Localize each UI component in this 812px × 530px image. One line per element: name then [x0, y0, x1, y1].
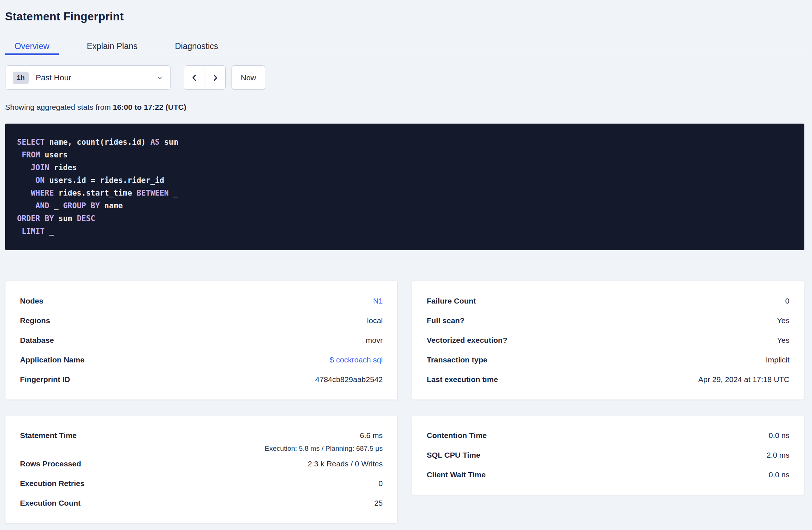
stat-value: Implicit — [766, 356, 789, 364]
sql-line: ON users.id = rides.rider_id — [17, 174, 792, 187]
stat-value: 0.0 ns — [769, 431, 789, 440]
stat-row: Database movr — [20, 330, 383, 350]
tab-bar: Overview Explain Plans Diagnostics — [5, 42, 804, 55]
stat-label: Execution Retries — [20, 479, 84, 488]
stat-row: Transaction type Implicit — [427, 350, 789, 370]
wait-time-panel: Contention Time 0.0 ns SQL CPU Time 2.0 … — [412, 415, 804, 495]
stat-label: Contention Time — [427, 431, 487, 440]
tab-diagnostics[interactable]: Diagnostics — [165, 42, 228, 55]
stat-row: Rows Processed 2.3 k Reads / 0 Writes — [20, 454, 383, 474]
stat-label: Execution Count — [20, 499, 81, 507]
stats-caption-prefix: Showing aggregated stats from — [5, 103, 113, 111]
stat-value: movr — [366, 336, 383, 345]
stat-row: Failure Count 0 — [427, 291, 789, 311]
time-interval-select[interactable]: 1h Past Hour — [5, 65, 171, 90]
details-cards-row: Nodes N1 Regions local Database movr App… — [5, 281, 804, 400]
stats-caption-range: 16:00 to 17:22 (UTC) — [113, 103, 186, 111]
stat-label: Failure Count — [427, 297, 476, 305]
stat-value: Yes — [777, 316, 789, 325]
prev-time-button[interactable] — [184, 66, 205, 89]
stat-row: Fingerprint ID 4784cb829aab2542 — [20, 370, 383, 389]
stat-row: Execution Count 25 — [20, 493, 383, 513]
time-step-buttons — [184, 65, 226, 90]
next-time-button[interactable] — [205, 66, 225, 89]
time-controls: 1h Past Hour Now — [5, 65, 804, 90]
stat-row: Regions local — [20, 311, 383, 330]
sql-line: WHERE rides.start_time BETWEEN _ — [17, 187, 792, 200]
tab-explain-plans[interactable]: Explain Plans — [77, 42, 147, 55]
time-interval-badge: 1h — [13, 72, 29, 84]
stat-row: Full scan? Yes — [427, 311, 789, 330]
chevron-down-icon — [157, 75, 163, 81]
sql-line: LIMIT _ — [17, 225, 792, 238]
stat-row: Nodes N1 — [20, 291, 383, 311]
sql-line: FROM users — [17, 149, 792, 161]
stat-label: SQL CPU Time — [427, 451, 480, 459]
stat-row: Statement Time 6.6 ms Execution: 5.8 ms … — [20, 426, 383, 454]
stat-row: Application Name $ cockroach sql — [20, 350, 383, 370]
stat-value-stack: 6.6 ms Execution: 5.8 ms / Planning: 687… — [265, 426, 383, 454]
stat-label: Full scan? — [427, 316, 465, 325]
stat-value: 6.6 ms — [360, 426, 383, 445]
stat-label: Fingerprint ID — [20, 375, 70, 384]
stat-label: Nodes — [20, 297, 43, 305]
stat-row: Contention Time 0.0 ns — [427, 426, 789, 445]
statement-time-panel: Statement Time 6.6 ms Execution: 5.8 ms … — [5, 415, 398, 523]
stat-subvalue: Execution: 5.8 ms / Planning: 687.5 µs — [265, 443, 383, 454]
chevron-right-icon — [211, 73, 220, 82]
sql-statement-box: SELECT name, count(rides.id) AS sum FROM… — [5, 124, 804, 250]
sql-line: JOIN rides — [17, 161, 792, 174]
stat-label: Database — [20, 336, 54, 345]
stat-label: Application Name — [20, 356, 84, 364]
sql-line: SELECT name, count(rides.id) AS sum — [17, 136, 792, 149]
statement-fingerprint-page: Statement Fingerprint Overview Explain P… — [0, 0, 812, 523]
stats-caption: Showing aggregated stats from 16:00 to 1… — [5, 103, 804, 111]
sql-line: ORDER BY sum DESC — [17, 212, 792, 225]
stat-label: Statement Time — [20, 426, 77, 445]
time-interval-label: Past Hour — [36, 73, 71, 83]
sql-line: AND _ GROUP BY name — [17, 200, 792, 212]
stat-value: 0.0 ns — [769, 470, 789, 479]
stat-value: 2.3 k Reads / 0 Writes — [308, 459, 383, 468]
now-button[interactable]: Now — [232, 65, 265, 90]
stat-value: 0 — [785, 297, 789, 305]
statement-details-panel: Nodes N1 Regions local Database movr App… — [5, 281, 398, 400]
stat-value: 0 — [378, 479, 383, 488]
execution-attributes-panel: Failure Count 0 Full scan? Yes Vectorize… — [412, 281, 804, 400]
stat-label: Regions — [20, 316, 50, 325]
stat-row: Execution Retries 0 — [20, 474, 383, 493]
stat-label: Client Wait Time — [427, 470, 486, 479]
stat-value: 25 — [374, 499, 383, 507]
page-title: Statement Fingerprint — [5, 10, 804, 23]
stat-value: Yes — [777, 336, 789, 345]
tab-overview[interactable]: Overview — [5, 42, 59, 55]
stat-value: Apr 29, 2024 at 17:18 UTC — [698, 375, 789, 384]
chevron-left-icon — [190, 73, 199, 82]
stat-value: local — [367, 316, 383, 325]
stat-label: Rows Processed — [20, 459, 81, 468]
stat-label: Last execution time — [427, 375, 498, 384]
stat-label: Transaction type — [427, 356, 487, 364]
performance-cards-row: Statement Time 6.6 ms Execution: 5.8 ms … — [5, 415, 804, 523]
stat-row: Vectorized execution? Yes — [427, 330, 789, 350]
stat-row: Client Wait Time 0.0 ns — [427, 465, 789, 485]
stat-value: 2.0 ms — [767, 451, 789, 459]
stat-label: Vectorized execution? — [427, 336, 507, 345]
stat-row: Last execution time Apr 29, 2024 at 17:1… — [427, 370, 789, 389]
stat-row: SQL CPU Time 2.0 ms — [427, 445, 789, 465]
stat-value: 4784cb829aab2542 — [315, 375, 383, 384]
nodes-link[interactable]: N1 — [373, 297, 383, 305]
app-name-link[interactable]: $ cockroach sql — [330, 356, 383, 364]
